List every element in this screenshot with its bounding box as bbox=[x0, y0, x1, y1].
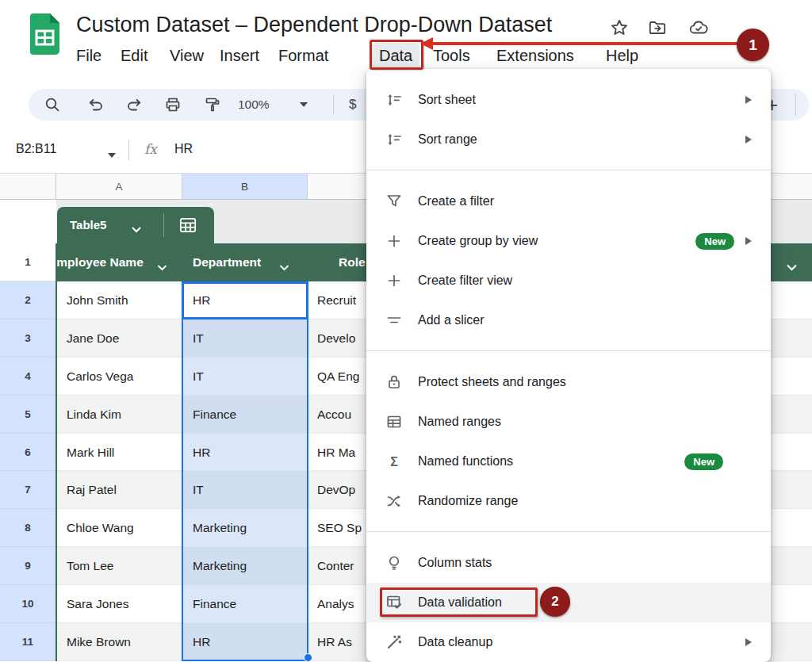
sigma-icon: Σ bbox=[385, 452, 404, 471]
menu-item-create-filter-view[interactable]: Create filter view bbox=[366, 261, 771, 300]
menu-divider bbox=[366, 170, 771, 170]
menu-item-data-cleanup[interactable]: Data cleanup bbox=[366, 622, 771, 662]
cell-employee-name[interactable]: Mark Hill bbox=[67, 434, 114, 471]
header-dropdown-icon[interactable] bbox=[786, 260, 798, 274]
row-header-4[interactable]: 4 bbox=[0, 358, 56, 396]
cell-employee-name[interactable]: Linda Kim bbox=[67, 396, 121, 434]
cell-role[interactable]: Develo bbox=[317, 320, 355, 358]
redo-icon[interactable] bbox=[124, 95, 144, 114]
menu-item-add-a-slicer[interactable]: Add a slicer bbox=[366, 300, 771, 340]
print-icon[interactable] bbox=[163, 95, 182, 114]
menu-item-label: Create group by view bbox=[418, 234, 695, 248]
cell-employee-name[interactable]: Jane Doe bbox=[67, 320, 119, 358]
menubar-item-tools[interactable]: Tools bbox=[433, 43, 470, 68]
row-header-7[interactable]: 7 bbox=[0, 471, 56, 509]
submenu-arrow-icon bbox=[745, 136, 752, 143]
document-title[interactable]: Custom Dataset – Dependent Drop-Down Dat… bbox=[76, 13, 552, 37]
row-header-6[interactable]: 6 bbox=[0, 434, 56, 471]
cell-department[interactable]: Marketing bbox=[183, 547, 308, 585]
fill-handle[interactable] bbox=[304, 653, 312, 662]
cell-department[interactable]: Finance bbox=[183, 585, 308, 623]
row-header-11[interactable]: 11 bbox=[0, 623, 56, 661]
menu-item-randomize-range[interactable]: Randomize range bbox=[366, 481, 771, 521]
cell-role[interactable]: DevOp bbox=[317, 471, 355, 509]
column-header-b[interactable]: B bbox=[182, 173, 308, 200]
row-header-2[interactable]: 2 bbox=[0, 281, 56, 320]
search-icon[interactable] bbox=[43, 95, 62, 114]
selection-border-left bbox=[182, 281, 183, 661]
table-chip-chevron-icon[interactable] bbox=[132, 222, 141, 236]
header-dropdown-icon[interactable] bbox=[157, 260, 167, 274]
cell-employee-name[interactable]: Mike Brown bbox=[67, 623, 131, 661]
active-cell-b2[interactable] bbox=[182, 281, 308, 320]
cell-employee-name[interactable]: Carlos Vega bbox=[67, 358, 133, 396]
cell-role[interactable]: HR Ma bbox=[317, 434, 355, 471]
header-cell-role[interactable]: Role bbox=[339, 243, 366, 281]
menu-item-sort-sheet[interactable]: Sort sheet bbox=[366, 80, 771, 120]
cell-role[interactable]: Conter bbox=[317, 547, 354, 585]
zoom-control[interactable]: 100% bbox=[238, 89, 270, 121]
menubar-item-format[interactable]: Format bbox=[278, 43, 328, 68]
format-currency-button[interactable]: $ bbox=[349, 89, 356, 121]
cell-department-value: Finance bbox=[193, 585, 236, 623]
header-dropdown-icon[interactable] bbox=[279, 260, 289, 274]
formula-input[interactable]: HR bbox=[174, 127, 193, 171]
step-1-badge: 1 bbox=[737, 29, 769, 61]
cell-department[interactable]: Marketing bbox=[183, 509, 308, 547]
cell-department[interactable]: HR bbox=[183, 434, 308, 471]
menu-item-column-stats[interactable]: Column stats bbox=[366, 543, 771, 583]
row-header-1[interactable]: 1 bbox=[0, 243, 56, 281]
cell-role[interactable]: QA Eng bbox=[317, 358, 359, 396]
column-header-a[interactable]: A bbox=[56, 173, 182, 200]
menubar-item-insert[interactable]: Insert bbox=[220, 43, 259, 68]
cell-employee-name[interactable]: Raj Patel bbox=[67, 471, 117, 509]
menu-item-create-a-filter[interactable]: Create a filter bbox=[366, 182, 771, 221]
menubar-item-help[interactable]: Help bbox=[606, 43, 638, 68]
name-box[interactable]: B2:B11 bbox=[16, 127, 56, 171]
menu-item-create-group-by-view[interactable]: Create group by viewNew bbox=[366, 221, 771, 261]
menu-item-named-functions[interactable]: ΣNamed functionsNew bbox=[366, 442, 771, 481]
cell-employee-name[interactable]: Sara Jones bbox=[67, 585, 128, 623]
menu-item-named-ranges[interactable]: Named ranges bbox=[366, 402, 771, 442]
cell-employee-name[interactable]: Chloe Wang bbox=[67, 509, 134, 547]
cell-department[interactable]: IT bbox=[183, 358, 308, 396]
row-header-5[interactable]: 5 bbox=[0, 396, 56, 434]
move-to-folder-icon[interactable] bbox=[647, 17, 668, 38]
menu-item-data-validation[interactable]: Data validation2 bbox=[366, 583, 771, 622]
toolbar-divider bbox=[333, 95, 334, 114]
cell-role[interactable]: SEO Sp bbox=[317, 509, 362, 547]
menubar-item-extensions[interactable]: Extensions bbox=[496, 43, 574, 68]
header-cell-employee-name[interactable]: Employee Name bbox=[57, 243, 157, 281]
menubar-item-edit[interactable]: Edit bbox=[121, 43, 147, 68]
row-header-8[interactable]: 8 bbox=[0, 509, 56, 547]
paint-format-icon[interactable] bbox=[203, 95, 222, 114]
cell-role[interactable]: Analys bbox=[317, 585, 354, 623]
cloud-saved-icon[interactable] bbox=[688, 17, 709, 38]
menubar-item-file[interactable]: File bbox=[76, 43, 102, 68]
undo-icon[interactable] bbox=[86, 95, 105, 114]
cell-department[interactable]: HR bbox=[183, 623, 308, 661]
cell-role[interactable]: Accou bbox=[317, 396, 351, 434]
cell-department[interactable]: IT bbox=[183, 320, 308, 358]
header-cell-department[interactable]: Department bbox=[193, 243, 261, 281]
zoom-caret-icon[interactable] bbox=[300, 102, 308, 107]
cell-department[interactable]: Finance bbox=[183, 396, 308, 434]
table-grid-icon[interactable] bbox=[178, 215, 198, 235]
select-all-corner[interactable] bbox=[0, 173, 56, 200]
table-grid-icon bbox=[385, 412, 404, 431]
cell-employee-name[interactable]: Tom Lee bbox=[67, 547, 113, 585]
menubar-item-view[interactable]: View bbox=[170, 43, 204, 68]
menu-divider bbox=[366, 531, 771, 532]
cell-role[interactable]: HR As bbox=[317, 623, 352, 661]
row-header-9[interactable]: 9 bbox=[0, 547, 56, 585]
star-icon[interactable] bbox=[609, 17, 630, 38]
menu-item-protect-sheets-and-ranges[interactable]: Protect sheets and ranges bbox=[366, 362, 771, 402]
row-header-3[interactable]: 3 bbox=[0, 320, 56, 358]
cell-employee-name[interactable]: John Smith bbox=[67, 281, 128, 320]
cell-department[interactable]: IT bbox=[183, 471, 308, 509]
table-chip[interactable]: Table5 bbox=[57, 207, 214, 243]
cell-role[interactable]: Recruit bbox=[317, 281, 356, 320]
row-header-10[interactable]: 10 bbox=[0, 585, 56, 623]
name-box-caret-icon[interactable] bbox=[108, 153, 116, 158]
menu-item-sort-range[interactable]: Sort range bbox=[366, 120, 771, 159]
